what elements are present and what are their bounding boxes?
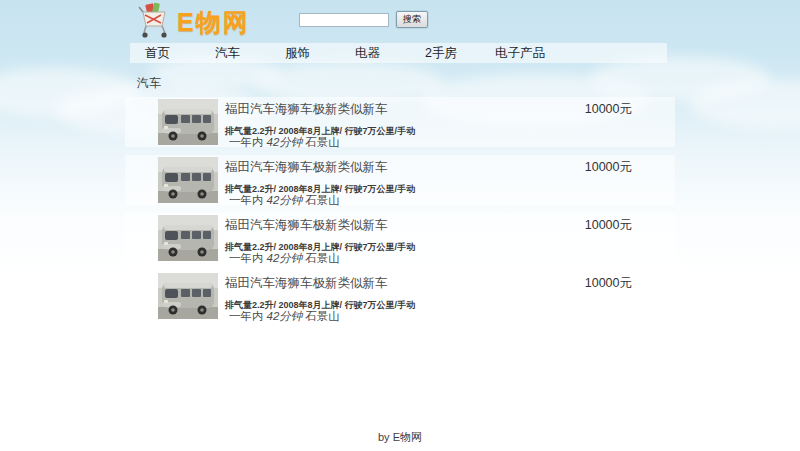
car-thumbnail[interactable] <box>158 215 218 261</box>
listing-meta: 一年内42分钟石景山 <box>229 309 340 324</box>
main-nav: 首页 汽车 服饰 电器 2手房 电子产品 <box>130 43 667 63</box>
listing-row[interactable]: 福田汽车海狮车极新类似新车 排气量2.2升/ 2008年8月上牌/ 行驶7万公里… <box>125 155 675 205</box>
nav-item-cars[interactable]: 汽车 <box>215 45 270 62</box>
footer-credit: by E物网 <box>0 430 800 445</box>
listing-meta: 一年内42分钟石景山 <box>229 135 340 150</box>
listing-age: 一年内 <box>229 310 264 322</box>
listing-time-ago: 42分钟 <box>267 310 303 322</box>
listing-price: 10000元 <box>585 159 632 176</box>
listing-title[interactable]: 福田汽车海狮车极新类似新车 <box>225 217 388 234</box>
car-thumbnail[interactable] <box>158 273 218 319</box>
nav-item-home[interactable]: 首页 <box>145 45 200 62</box>
nav-item-electronics[interactable]: 电子产品 <box>495 45 545 62</box>
search-input[interactable] <box>299 13 389 27</box>
listing-row[interactable]: 福田汽车海狮车极新类似新车 排气量2.2升/ 2008年8月上牌/ 行驶7万公里… <box>125 271 675 321</box>
listing-title[interactable]: 福田汽车海狮车极新类似新车 <box>225 101 388 118</box>
section-label-cars: 汽车 <box>137 75 161 92</box>
listing-price: 10000元 <box>585 217 632 234</box>
listing-time-ago: 42分钟 <box>267 194 303 206</box>
listing-location: 石景山 <box>305 310 340 322</box>
header: E物网 搜索 <box>0 0 800 42</box>
site-logo[interactable]: E物网 <box>137 2 250 42</box>
listing-list: 福田汽车海狮车极新类似新车 排气量2.2升/ 2008年8月上牌/ 行驶7万公里… <box>125 97 675 329</box>
listing-age: 一年内 <box>229 136 264 148</box>
listing-location: 石景山 <box>305 252 340 264</box>
nav-item-clothing[interactable]: 服饰 <box>285 45 340 62</box>
nav-item-appliances[interactable]: 电器 <box>355 45 410 62</box>
listing-time-ago: 42分钟 <box>267 252 303 264</box>
brand-name: E物网 <box>177 6 250 39</box>
search-button[interactable]: 搜索 <box>396 11 428 28</box>
listing-age: 一年内 <box>229 194 264 206</box>
listing-location: 石景山 <box>305 194 340 206</box>
listing-location: 石景山 <box>305 136 340 148</box>
listing-meta: 一年内42分钟石景山 <box>229 251 340 266</box>
listing-row[interactable]: 福田汽车海狮车极新类似新车 排气量2.2升/ 2008年8月上牌/ 行驶7万公里… <box>125 97 675 147</box>
nav-item-secondhand-housing[interactable]: 2手房 <box>425 45 480 62</box>
shopping-cart-icon <box>137 2 171 42</box>
listing-time-ago: 42分钟 <box>267 136 303 148</box>
listing-row[interactable]: 福田汽车海狮车极新类似新车 排气量2.2升/ 2008年8月上牌/ 行驶7万公里… <box>125 213 675 263</box>
listing-age: 一年内 <box>229 252 264 264</box>
listing-price: 10000元 <box>585 275 632 292</box>
car-thumbnail[interactable] <box>158 99 218 145</box>
listing-price: 10000元 <box>585 101 632 118</box>
listing-meta: 一年内42分钟石景山 <box>229 193 340 208</box>
listing-title[interactable]: 福田汽车海狮车极新类似新车 <box>225 159 388 176</box>
listing-title[interactable]: 福田汽车海狮车极新类似新车 <box>225 275 388 292</box>
car-thumbnail[interactable] <box>158 157 218 203</box>
